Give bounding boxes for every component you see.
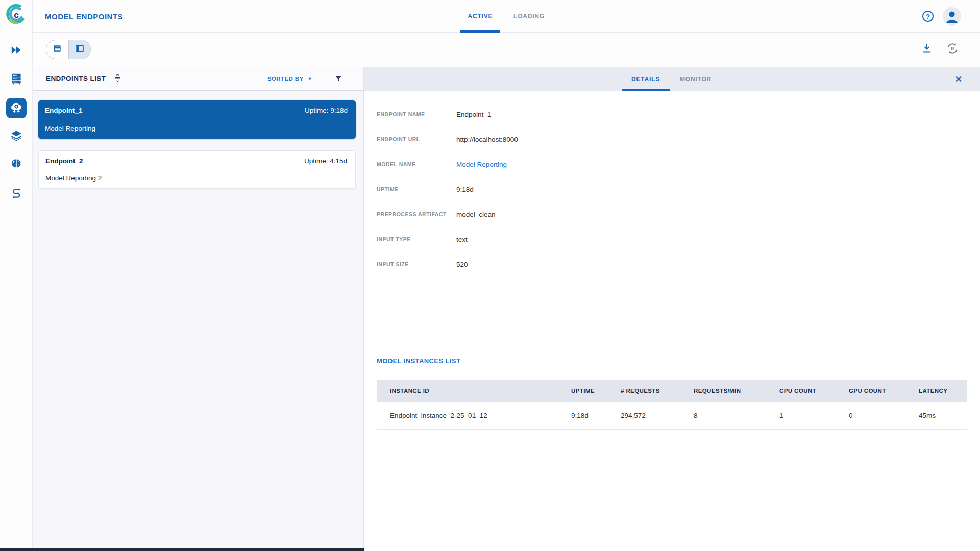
endpoint-details-fields: ENDPOINT NAME Endpoint_1 ENDPOINT URL ht… — [377, 91, 967, 277]
endpoint-uptime: Uptime: 9:18d — [305, 107, 348, 114]
sidebar-item-flows[interactable] — [6, 184, 27, 204]
cnvrg-logo-icon: c — [6, 4, 27, 25]
sidebar-item-ai-brain[interactable] — [6, 155, 27, 176]
auto-refresh-paused-icon — [946, 42, 959, 57]
cloud-gear-endpoints-icon — [10, 101, 23, 116]
endpoints-list-header: ENDPOINTS LIST SORTED BY ▾ — [33, 67, 363, 91]
endpoint-name: Endpoint_1 — [45, 107, 83, 114]
left-sidebar: c — [0, 0, 33, 551]
field-preprocess-artifact: PREPROCESS ARTIFACT model_clean — [377, 202, 967, 227]
field-input-size: INPUT SIZE 520 — [377, 252, 967, 277]
list-view-icon — [52, 43, 62, 56]
sidebar-item-server[interactable] — [6, 69, 27, 90]
svg-text:c: c — [14, 10, 18, 20]
instances-table-header: INSTANCE ID UPTIME # REQUESTS REQUESTS/M… — [377, 380, 967, 402]
user-avatar[interactable] — [943, 7, 961, 26]
server-rack-icon — [10, 72, 23, 87]
field-uptime: UPTIME 9:18d — [377, 177, 967, 202]
sidebar-nav — [0, 41, 33, 212]
split-view-button[interactable] — [68, 40, 90, 59]
tab-monitor[interactable]: MONITOR — [675, 67, 716, 91]
field-endpoint-url: ENDPOINT URL http://localhost:8000 — [377, 127, 967, 152]
endpoints-list-panel: ENDPOINTS LIST SORTED BY ▾ Endpoint_1 Up… — [33, 67, 364, 551]
sidebar-item-layers[interactable] — [6, 127, 27, 147]
close-icon[interactable]: ✕ — [952, 73, 965, 85]
sidebar-item-fast-forward[interactable] — [6, 41, 27, 61]
ai-brain-icon — [10, 158, 23, 173]
help-icon[interactable]: ? — [922, 11, 934, 22]
field-model-name: MODEL NAME Model Reporting — [377, 152, 967, 177]
endpoints-cards: Endpoint_1 Uptime: 9:18d Model Reporting… — [38, 100, 356, 200]
flows-pipeline-icon — [10, 186, 23, 202]
view-toggle-group — [46, 40, 91, 59]
toolbar — [33, 33, 980, 67]
field-input-type: INPUT TYPE text — [377, 227, 967, 252]
sorted-by-dropdown[interactable]: SORTED BY ▾ — [267, 76, 311, 82]
details-tabbar: DETAILS MONITOR ✕ — [364, 67, 980, 91]
chevron-down-icon: ▾ — [309, 76, 311, 81]
sort-lines-icon[interactable] — [113, 73, 122, 83]
endpoint-model: Model Reporting 2 — [45, 174, 102, 182]
auto-refresh-button[interactable] — [945, 42, 960, 57]
endpoint-name: Endpoint_2 — [45, 157, 83, 165]
fast-forward-icon — [10, 43, 23, 59]
details-panel: DETAILS MONITOR ✕ ENDPOINT NAME Endpoint… — [364, 67, 980, 551]
list-view-button[interactable] — [46, 40, 68, 59]
sidebar-item-model-endpoints[interactable] — [6, 98, 27, 118]
page-title: MODEL ENDPOINTS — [45, 0, 123, 33]
top-header: MODEL ENDPOINTS ACTIVE LOADING ? — [33, 0, 980, 33]
bottom-scroll-strip[interactable] — [0, 548, 364, 551]
tab-loading[interactable]: LOADING — [510, 0, 548, 33]
instance-table-row[interactable]: Endpoint_instance_2-25_01_12 9:18d 294,5… — [377, 402, 967, 430]
endpoint-card-2[interactable]: Endpoint_2 Uptime: 4:15d Model Reporting… — [38, 150, 356, 189]
tab-active[interactable]: ACTIVE — [460, 0, 500, 33]
model-name-link[interactable]: Model Reporting — [456, 161, 507, 168]
layers-icon — [10, 129, 23, 144]
download-icon — [921, 42, 933, 57]
tab-details[interactable]: DETAILS — [622, 67, 670, 91]
endpoint-uptime: Uptime: 4:15d — [304, 157, 347, 165]
funnel-icon[interactable] — [334, 74, 343, 83]
field-endpoint-name: ENDPOINT NAME Endpoint_1 — [377, 102, 967, 127]
split-view-icon — [75, 43, 85, 56]
endpoints-list-title: ENDPOINTS LIST — [46, 74, 106, 82]
download-button[interactable] — [919, 42, 935, 57]
model-instances-section: MODEL INSTANCES LIST INSTANCE ID UPTIME … — [377, 380, 967, 430]
endpoint-card-1[interactable]: Endpoint_1 Uptime: 9:18d Model Reporting — [38, 100, 356, 139]
endpoint-model: Model Reporting — [45, 124, 95, 132]
model-instances-title[interactable]: MODEL INSTANCES LIST — [377, 357, 460, 365]
